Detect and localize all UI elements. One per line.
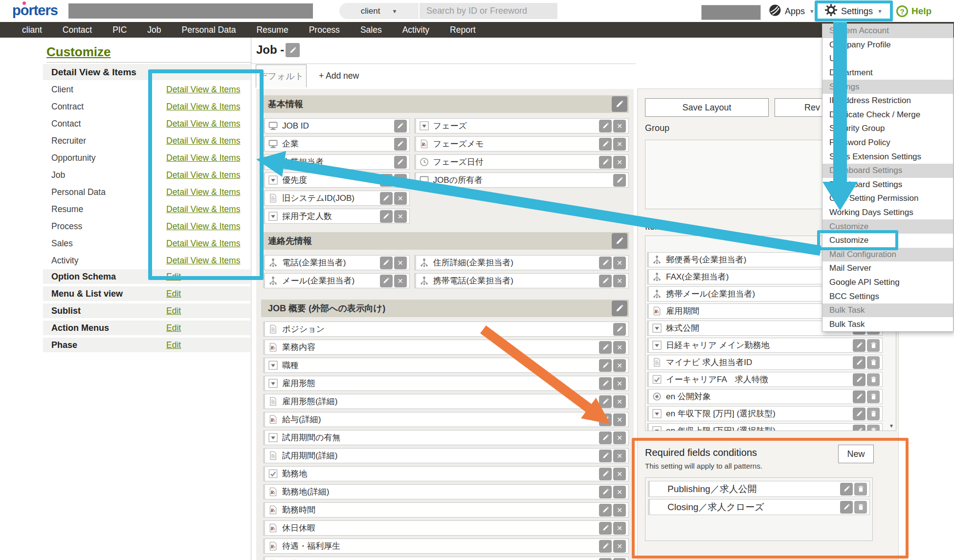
field-row[interactable]: 電話(企業担当者)✕ (263, 255, 410, 270)
edit-field-button[interactable] (599, 359, 612, 372)
field-row[interactable]: イーキャリアFA 求人特徴 (647, 372, 883, 387)
edit-field-button[interactable] (599, 377, 612, 390)
field-row[interactable]: 携帯電話(企業担当者)✕ (414, 273, 629, 288)
field-row[interactable]: JOBの所有者 (414, 172, 629, 188)
remove-field-button[interactable]: ✕ (613, 377, 626, 390)
field-row[interactable]: 試用期間(詳細)✕ (263, 448, 629, 463)
edit-field-button[interactable] (599, 275, 612, 287)
edit-field-button[interactable] (599, 413, 612, 426)
edit-field-button[interactable] (380, 210, 393, 223)
edit-field-button[interactable] (599, 486, 612, 498)
condition-row[interactable]: Publishing／求人公開 (648, 481, 870, 497)
delete-field-button[interactable] (867, 425, 880, 431)
help-button[interactable]: ? Help (896, 3, 932, 19)
detail-view-items-link[interactable]: Detail View & Items (166, 85, 240, 95)
nav-item-resume[interactable]: Resume (246, 25, 298, 35)
field-row[interactable]: 雇用形態(詳細)✕ (263, 394, 629, 409)
delete-condition-button[interactable] (854, 483, 867, 495)
field-row[interactable]: Rt勤務時間✕ (263, 502, 629, 517)
edit-field-button[interactable] (380, 174, 393, 187)
edit-field-button[interactable] (380, 275, 393, 287)
detail-view-items-link[interactable]: Detail View & Items (166, 153, 240, 163)
field-row[interactable]: Rt応募資格(詳細)✕ (263, 557, 629, 560)
remove-field-button[interactable]: ✕ (394, 174, 407, 187)
remove-field-button[interactable]: ✕ (613, 450, 626, 462)
field-row[interactable]: Rtフェーズメモ✕ (414, 136, 629, 151)
settings-menu-item-customize[interactable]: Customize (822, 234, 953, 248)
edit-field-button[interactable] (853, 356, 865, 369)
nav-item-personal-data[interactable]: Personal Data (172, 25, 246, 35)
edit-field-button[interactable] (599, 431, 612, 444)
edit-condition-button[interactable] (840, 501, 853, 514)
remove-field-button[interactable]: ✕ (394, 257, 407, 269)
remove-field-button[interactable]: ✕ (613, 431, 626, 444)
settings-menu-item-security-group[interactable]: Security Group (822, 122, 953, 136)
remove-field-button[interactable]: ✕ (394, 210, 407, 223)
nav-item-sales[interactable]: Sales (350, 25, 392, 35)
condition-row[interactable]: Closing／求人クローズ (648, 499, 870, 515)
delete-field-button[interactable] (867, 356, 880, 369)
remove-field-button[interactable]: ✕ (613, 257, 626, 269)
remove-field-button[interactable]: ✕ (613, 558, 626, 560)
edit-link[interactable]: Edit (166, 272, 181, 282)
remove-field-button[interactable]: ✕ (613, 138, 626, 151)
delete-field-button[interactable] (867, 390, 880, 403)
new-condition-button[interactable]: New (838, 445, 874, 463)
detail-view-items-link[interactable]: Detail View & Items (166, 204, 240, 215)
edit-section-button[interactable] (612, 233, 627, 249)
edit-link[interactable]: Edit (166, 306, 181, 316)
edit-title-button[interactable] (286, 43, 300, 57)
field-row[interactable]: メール(企業担当者)✕ (263, 273, 410, 288)
edit-field-button[interactable] (853, 373, 865, 386)
field-row[interactable]: Rt勤務地(詳細)✕ (263, 484, 629, 499)
edit-field-button[interactable] (599, 540, 612, 553)
field-row[interactable]: Rt業務内容✕ (263, 340, 629, 355)
edit-field-button[interactable] (613, 174, 626, 187)
field-row[interactable]: 企業担当者 (263, 154, 410, 170)
detail-view-items-link[interactable]: Detail View & Items (166, 170, 240, 180)
remove-field-button[interactable]: ✕ (613, 275, 626, 287)
edit-field-button[interactable] (599, 395, 612, 408)
field-row[interactable]: 住所詳細(企業担当者)✕ (414, 255, 629, 270)
delete-field-button[interactable] (867, 339, 880, 352)
field-row[interactable]: マイナビ 求人担当者ID (647, 355, 883, 370)
field-row[interactable]: Rt給与(詳細)✕ (263, 412, 629, 427)
field-row[interactable]: 雇用形態✕ (263, 376, 629, 391)
detail-view-items-link[interactable]: Detail View & Items (166, 187, 240, 197)
nav-item-activity[interactable]: Activity (392, 25, 440, 35)
edit-field-button[interactable] (599, 341, 612, 354)
edit-field-button[interactable] (394, 138, 407, 151)
edit-field-button[interactable] (853, 339, 865, 352)
nav-item-contact[interactable]: Contact (52, 25, 102, 35)
edit-field-button[interactable] (599, 257, 612, 269)
edit-field-button[interactable] (599, 504, 612, 517)
settings-menu-item-ip-address-restriction[interactable]: IP Address Restriction (822, 94, 953, 108)
edit-condition-button[interactable] (840, 483, 853, 495)
remove-field-button[interactable]: ✕ (613, 413, 626, 426)
edit-link[interactable]: Edit (166, 289, 181, 299)
field-row[interactable]: JOB ID (263, 118, 410, 133)
save-layout-button[interactable]: Save Layout (645, 98, 769, 117)
settings-menu-button[interactable]: Settings ▼ (824, 3, 883, 19)
global-search-input[interactable] (420, 3, 557, 19)
remove-field-button[interactable]: ✕ (613, 504, 626, 517)
settings-menu-item-working-days-settings[interactable]: Working Days Settings (822, 206, 953, 220)
field-row[interactable]: 職種✕ (263, 358, 629, 373)
delete-condition-button[interactable] (854, 501, 867, 514)
edit-field-button[interactable] (599, 156, 612, 169)
remove-field-button[interactable]: ✕ (613, 156, 626, 169)
remove-field-button[interactable]: ✕ (613, 359, 626, 372)
edit-field-button[interactable] (853, 408, 865, 420)
nav-item-pic[interactable]: PIC (102, 25, 137, 35)
edit-field-button[interactable] (853, 390, 865, 403)
remove-field-button[interactable]: ✕ (613, 522, 626, 535)
settings-menu-item-duplicate-check-merge[interactable]: Duplicate Check / Merge (822, 108, 953, 122)
edit-field-button[interactable] (599, 138, 612, 151)
scroll-down-arrow[interactable]: ▼ (888, 422, 895, 430)
settings-menu-item-company-profile[interactable]: Company Profile (822, 38, 953, 52)
settings-menu-item-bcc-settings[interactable]: BCC Settings (822, 289, 953, 303)
settings-menu-item-department[interactable]: Department (822, 66, 953, 80)
detail-view-items-link[interactable]: Detail View & Items (166, 102, 240, 112)
edit-field-button[interactable] (380, 192, 393, 205)
nav-item-report[interactable]: Report (440, 25, 486, 35)
